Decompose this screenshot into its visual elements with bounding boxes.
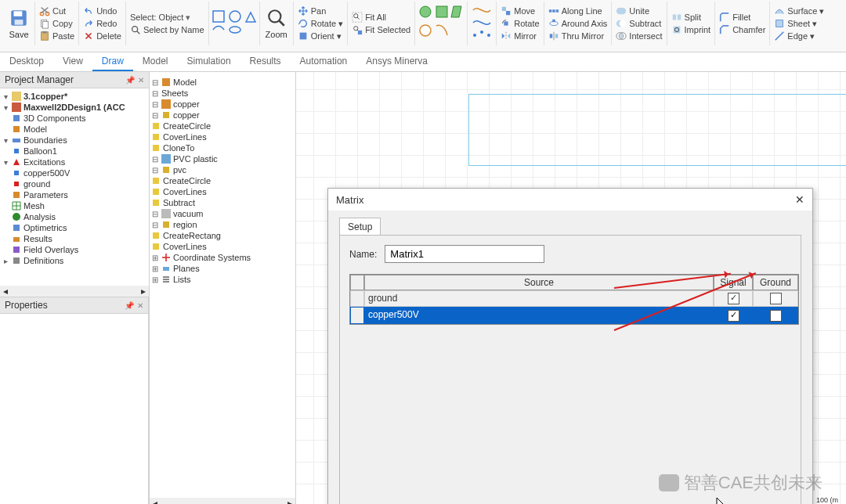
pan-button[interactable]: Pan — [296, 5, 328, 17]
fit-selected-button[interactable]: Fit Selected — [350, 23, 412, 36]
subtract-op[interactable]: Subtract — [163, 198, 195, 207]
ground-checkbox[interactable] — [770, 293, 782, 304]
redo-button[interactable]: Redo — [81, 17, 118, 30]
fit-all-button[interactable]: Fit All — [350, 11, 388, 23]
edge-menu[interactable]: Edge ▾ — [772, 30, 816, 42]
save-button[interactable]: Save — [5, 8, 32, 39]
paste-button[interactable]: Paste — [38, 30, 76, 42]
sheet-menu[interactable]: Sheet ▾ — [772, 17, 819, 30]
svg-rect-20 — [436, 6, 447, 17]
imprint-button[interactable]: Imprint — [670, 23, 713, 36]
svg-rect-28 — [549, 9, 552, 13]
lists-node[interactable]: Lists — [173, 275, 191, 284]
split-button[interactable]: Split — [670, 11, 703, 23]
cloneto-op[interactable]: CloneTo — [163, 143, 194, 153]
coverlines-op3[interactable]: CoverLines — [163, 242, 207, 251]
fillet-button[interactable]: Fillet — [718, 11, 752, 23]
tree-balloon1[interactable]: Balloon1 — [24, 146, 57, 156]
close-icon[interactable]: ✕ — [138, 76, 144, 85]
around-axis-button[interactable]: Around Axis — [547, 17, 609, 30]
ground-checkbox[interactable] — [770, 310, 782, 322]
setup-tab[interactable]: Setup — [339, 218, 381, 236]
surface-menu[interactable]: Surface ▾ — [772, 5, 826, 17]
model-tree-panel: ⊟Model ⊟Sheets ⊟copper ⊟copper CreateCir… — [150, 72, 296, 504]
source-cell: ground — [364, 290, 714, 307]
close-icon[interactable]: ✕ — [137, 301, 143, 310]
subtract-button[interactable]: Subtract — [614, 17, 663, 30]
sheets-node[interactable]: Sheets — [161, 88, 188, 98]
svg-rect-2 — [15, 20, 24, 24]
dialog-close-button[interactable]: ✕ — [795, 193, 804, 206]
tab-draw[interactable]: Draw — [92, 52, 133, 71]
delete-button[interactable]: Delete — [81, 30, 123, 42]
tree-optimetrics[interactable]: Optimetrics — [24, 223, 67, 232]
tree-boundaries[interactable]: Boundaries — [24, 135, 67, 145]
cut-button[interactable]: Cut — [38, 5, 67, 17]
tree-ground[interactable]: ground — [24, 179, 50, 189]
region-obj[interactable]: region — [173, 220, 197, 229]
dialog-title: Matrix — [336, 194, 363, 206]
tree-copper500v[interactable]: copper500V — [24, 168, 70, 178]
project-tree[interactable]: ▾3.1copper* ▾Maxwell2DDesign1 (ACC 3D Co… — [0, 88, 149, 286]
tree-3dcomponents[interactable]: 3D Components — [24, 113, 86, 123]
tree-results[interactable]: Results — [24, 234, 52, 243]
curve-tools[interactable] — [470, 4, 494, 43]
tab-results[interactable]: Results — [240, 52, 291, 71]
tree-mesh[interactable]: Mesh — [24, 201, 45, 211]
model-tree[interactable]: ⊟Model ⊟Sheets ⊟copper ⊟copper CreateCir… — [150, 72, 295, 498]
copper-obj[interactable]: copper — [173, 110, 200, 120]
chamfer-button[interactable]: Chamfer — [718, 23, 767, 36]
vacuum-group[interactable]: vacuum — [173, 209, 204, 218]
pvc-group[interactable]: PVC plastic — [173, 154, 218, 164]
tab-simulation[interactable]: Simulation — [178, 52, 240, 71]
tree-model[interactable]: Model — [24, 124, 47, 134]
createcircle-op2[interactable]: CreateCircle — [163, 176, 211, 185]
tree-parameters[interactable]: Parameters — [24, 190, 68, 200]
select-mode[interactable]: Select: Object ▾ — [128, 12, 192, 23]
planes-node[interactable]: Planes — [173, 264, 200, 273]
rotate-view-button[interactable]: Rotate ▾ — [296, 17, 345, 30]
createrect-op[interactable]: CreateRectang — [163, 231, 221, 240]
tree-analysis[interactable]: Analysis — [24, 212, 56, 221]
createcircle-op[interactable]: CreateCircle — [163, 121, 211, 131]
thru-mirror-button[interactable]: Thru Mirror — [547, 30, 606, 42]
rotate-obj-button[interactable]: Rotate — [499, 17, 540, 30]
undo-button[interactable]: Undo — [81, 5, 118, 17]
tree-definitions[interactable]: Definitions — [24, 256, 63, 265]
pin-icon[interactable]: 📌 — [125, 76, 135, 85]
select-by-name[interactable]: Select by Name — [128, 23, 206, 36]
copy-button[interactable]: Copy — [38, 17, 74, 30]
tab-ansys-minerva[interactable]: Ansys Minerva — [356, 52, 437, 71]
name-input[interactable] — [385, 245, 544, 263]
pin-icon[interactable]: 📌 — [125, 301, 134, 310]
move-button[interactable]: Move — [499, 5, 537, 17]
signal-checkbox[interactable]: ✓ — [728, 310, 739, 322]
tab-view[interactable]: View — [53, 52, 92, 71]
coverlines-op2[interactable]: CoverLines — [163, 187, 207, 196]
coverlines-op[interactable]: CoverLines — [163, 132, 207, 142]
tab-desktop[interactable]: Desktop — [0, 52, 53, 71]
svg-rect-69 — [153, 189, 159, 195]
tree-excitations[interactable]: Excitations — [24, 157, 65, 167]
tab-model[interactable]: Model — [133, 52, 178, 71]
draw-primitives-icons[interactable] — [212, 9, 257, 38]
project-root[interactable]: 3.1copper* — [24, 92, 67, 101]
intersect-button[interactable]: Intersect — [614, 30, 663, 42]
orient-button[interactable]: Orient ▾ — [296, 30, 343, 42]
tab-automation[interactable]: Automation — [291, 52, 357, 71]
zoom-button[interactable]: Zoom — [262, 8, 291, 39]
mirror-button[interactable]: Mirror — [499, 30, 538, 42]
unite-button[interactable]: Unite — [614, 5, 651, 17]
svg-rect-57 — [13, 237, 20, 242]
signal-checkbox[interactable]: ✓ — [728, 293, 739, 304]
copper-group[interactable]: copper — [173, 99, 200, 109]
pvc-obj[interactable]: pvc — [173, 165, 186, 175]
tree-fieldoverlays[interactable]: Field Overlays — [24, 245, 78, 254]
table-row[interactable]: ground ✓ — [350, 290, 798, 307]
along-line-button[interactable]: Along Line — [547, 5, 604, 17]
model-root[interactable]: Model — [173, 77, 197, 87]
table-row[interactable]: copper500V ✓ — [350, 307, 798, 323]
design-node[interactable]: Maxwell2DDesign1 (ACC — [24, 103, 125, 112]
coord-systems[interactable]: Coordinate Systems — [173, 253, 251, 262]
shape-primitives[interactable] — [418, 4, 465, 43]
